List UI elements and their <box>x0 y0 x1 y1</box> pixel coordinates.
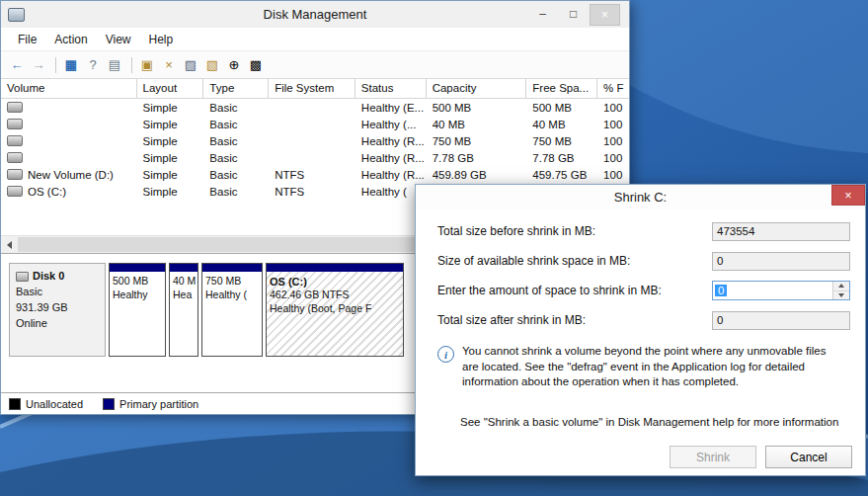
total-after-value: 0 <box>712 311 850 330</box>
table-row[interactable]: Simple Basic Healthy (R... 7.78 GB 7.78 … <box>1 149 629 166</box>
partition-color-strip <box>170 264 197 272</box>
properties-icon[interactable]: ▣ <box>137 55 157 75</box>
table-row[interactable]: Simple Basic Healthy (... 40 MB 40 MB 10… <box>1 116 629 132</box>
partition-2[interactable]: 40 M Hea <box>169 263 198 357</box>
disk-icon <box>16 272 29 282</box>
volume-icon <box>7 152 23 163</box>
column-header-freespace[interactable]: Free Spa... <box>526 79 597 98</box>
partition-1[interactable]: 500 MB Healthy <box>109 263 166 357</box>
delete-icon[interactable]: × <box>159 55 179 75</box>
partitions: 500 MB Healthy 40 M Hea <box>109 263 404 357</box>
spin-up-button[interactable] <box>833 282 849 291</box>
dialog-close-button[interactable]: × <box>831 185 865 206</box>
dialog-title: Shrink C: <box>416 185 865 209</box>
partition-color-strip <box>267 264 403 272</box>
disk-status: Online <box>16 316 99 332</box>
minimize-button[interactable]: – <box>528 4 557 24</box>
dialog-titlebar[interactable]: Shrink C: × <box>416 185 865 209</box>
shrink-button[interactable]: Shrink <box>670 446 756 468</box>
menu-file[interactable]: File <box>9 30 45 49</box>
help-icon[interactable]: ? <box>83 55 103 75</box>
console-tree-icon[interactable]: ▦ <box>61 55 81 75</box>
close-button[interactable]: × <box>590 4 620 26</box>
help-line: See "Shrink a basic volume" in Disk Mana… <box>460 416 850 428</box>
info-text: You cannot shrink a volume beyond the po… <box>462 344 845 390</box>
partition-3[interactable]: 750 MB Healthy ( <box>201 263 263 357</box>
table-row[interactable]: Simple Basic Healthy (E... 500 MB 500 MB… <box>1 99 629 116</box>
column-header-volume[interactable]: Volume <box>1 79 137 98</box>
legend-unallocated: Unallocated <box>9 398 83 410</box>
volume-icon <box>7 169 23 180</box>
partition-color-strip <box>110 264 165 272</box>
field-available-space: Size of available shrink space in MB: 0 <box>437 251 850 271</box>
zoom-icon[interactable]: ⊕ <box>224 55 244 75</box>
column-header-percent-free[interactable]: % F <box>597 79 629 98</box>
info-icon: i <box>437 346 454 363</box>
action-pane-icon[interactable]: ▤ <box>105 55 124 75</box>
toolbar: ← → ▦ ? ▤ ▣ × ▨ ▧ ⊕ ▩ <box>1 51 629 79</box>
disk0-header[interactable]: Disk 0 Basic 931.39 GB Online <box>9 263 106 357</box>
forward-icon[interactable]: → <box>29 55 48 75</box>
menu-help[interactable]: Help <box>140 30 183 49</box>
column-header-layout[interactable]: Layout <box>137 79 204 98</box>
column-header-status[interactable]: Status <box>355 79 427 98</box>
menu-bar: File Action View Help <box>1 28 629 51</box>
field-total-after: Total size after shrink in MB: 0 <box>437 310 850 330</box>
screen: Disk Management – □ × File Action View H… <box>0 0 868 496</box>
disk-type: Basic <box>16 285 99 300</box>
disk-size: 931.39 GB <box>16 300 99 316</box>
scroll-left-icon[interactable] <box>1 236 18 253</box>
export-list-icon[interactable]: ▨ <box>181 55 200 75</box>
unallocated-swatch <box>9 398 21 410</box>
shrink-amount-input[interactable]: 0 <box>712 281 850 300</box>
table-header: Volume Layout Type File System Status Ca… <box>1 79 629 99</box>
info-note: i You cannot shrink a volume beyond the … <box>437 344 850 390</box>
volume-icon <box>7 102 23 113</box>
total-before-value: 473554 <box>712 222 850 241</box>
toolbar-separator <box>131 57 132 73</box>
table-row-new-volume-d[interactable]: New Volume (D:) Simple Basic NTFS Health… <box>1 166 629 183</box>
column-header-capacity[interactable]: Capacity <box>427 79 527 98</box>
column-header-type[interactable]: Type <box>203 79 269 98</box>
maximize-button[interactable]: □ <box>559 4 588 24</box>
window-titlebar[interactable]: Disk Management – □ × <box>1 1 629 28</box>
menu-view[interactable]: View <box>97 30 140 49</box>
help-topics-icon[interactable]: ▩ <box>246 55 266 75</box>
cancel-button[interactable]: Cancel <box>765 446 852 468</box>
column-header-filesystem[interactable]: File System <box>269 79 355 98</box>
toolbar-separator <box>55 57 56 73</box>
volume-icon <box>7 186 23 197</box>
available-space-value: 0 <box>712 252 850 271</box>
menu-action[interactable]: Action <box>45 30 96 49</box>
shrink-dialog: Shrink C: × Total size before shrink in … <box>415 184 866 476</box>
legend-primary-partition: Primary partition <box>103 398 198 410</box>
volume-icon <box>7 135 23 146</box>
primary-partition-swatch <box>103 398 115 410</box>
spin-down-button[interactable] <box>833 291 849 300</box>
table-row[interactable]: Simple Basic Healthy (R... 750 MB 750 MB… <box>1 132 629 149</box>
open-icon[interactable]: ▧ <box>202 55 222 75</box>
partition-color-strip <box>202 264 262 272</box>
partition-os-c[interactable]: OS (C:) 462.46 GB NTFS Healthy (Boot, Pa… <box>266 263 404 357</box>
back-icon[interactable]: ← <box>7 55 27 75</box>
volume-icon <box>7 119 23 129</box>
field-shrink-amount: Enter the amount of space to shrink in M… <box>437 281 850 300</box>
field-total-before: Total size before shrink in MB: 473554 <box>437 221 850 241</box>
